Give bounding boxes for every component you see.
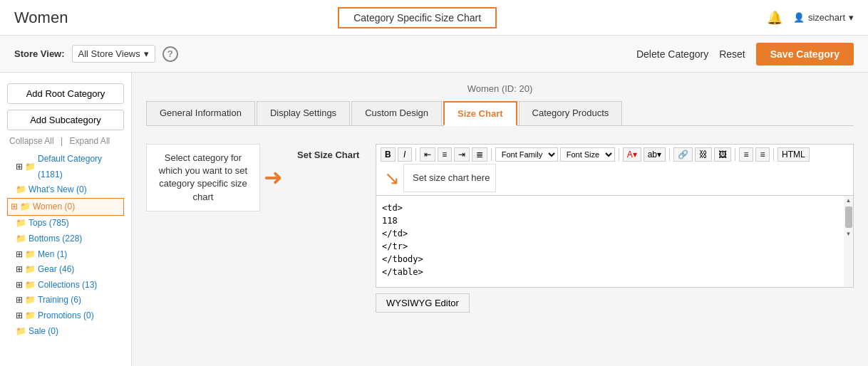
header-right: 🔔 👤 sizechart ▾	[767, 10, 854, 26]
folder-icon: 📁	[25, 247, 36, 263]
store-view-label: Store View:	[14, 48, 65, 59]
align-justify-button[interactable]: ≣	[472, 147, 487, 162]
tree-item-label[interactable]: Gear (46)	[38, 262, 74, 278]
bell-icon[interactable]: 🔔	[767, 10, 782, 26]
annotation-callout: Set size chart here	[403, 164, 496, 192]
collapse-link[interactable]: Collapse All	[9, 136, 54, 146]
user-menu[interactable]: 👤 sizechart ▾	[793, 12, 854, 23]
scrollbar[interactable]: ▲ ▼	[844, 195, 854, 288]
editor-textarea[interactable]: <td> 118 </td> </tr> </tbody> </table>	[376, 195, 844, 288]
unlink-button[interactable]: ⛓	[695, 147, 712, 162]
help-icon[interactable]: ?	[162, 46, 178, 62]
content-area: Women (ID: 20) General Information Displ…	[132, 73, 868, 366]
editor-with-scrollbar: <td> 118 </td> </tr> </tbody> </table> ▲…	[376, 195, 854, 288]
tree-expand-icon: ⊞	[16, 262, 23, 278]
folder-icon: 📁	[25, 293, 36, 308]
tree-item-label[interactable]: Promotions (0)	[38, 308, 94, 324]
divider-3	[619, 148, 619, 161]
add-subcategory-button[interactable]: Add Subcategory	[7, 110, 124, 130]
add-root-category-button[interactable]: Add Root Category	[7, 83, 124, 104]
tree-expand-icon: ⊞	[16, 160, 23, 175]
tree-item-label[interactable]: What's New (0)	[29, 182, 87, 198]
tree-item-bottoms[interactable]: 📁 Bottoms (228)	[7, 231, 124, 247]
font-size-select[interactable]: Font Size	[560, 147, 615, 162]
annotation-arrow-icon: ↙	[384, 167, 400, 189]
category-id-label: Women (ID: 20)	[146, 83, 854, 94]
ul-button[interactable]: ≡	[739, 147, 753, 162]
folder-icon: 📁	[16, 231, 26, 247]
folder-icon: 📁	[25, 308, 36, 324]
tab-display-settings[interactable]: Display Settings	[257, 101, 350, 125]
tree-item-promotions[interactable]: ⊞ 📁 Promotions (0)	[7, 308, 124, 324]
tree-item-label[interactable]: Collections (13)	[38, 278, 97, 293]
link-button[interactable]: 🔗	[673, 147, 693, 162]
tree-item-men[interactable]: ⊞ 📁 Men (1)	[7, 247, 124, 263]
main-layout: Add Root Category Add Subcategory Collap…	[0, 73, 868, 366]
highlight-button[interactable]: ab▾	[644, 147, 666, 162]
divider-1	[415, 148, 416, 161]
tree-item-women[interactable]: ⊞ 📁 Women (0)	[7, 198, 124, 216]
top-header: Women Category Specific Size Chart 🔔 👤 s…	[0, 0, 868, 36]
folder-icon: 📁	[16, 324, 26, 340]
user-icon: 👤	[793, 12, 805, 23]
callout-text: Select category for which you want to se…	[159, 152, 247, 202]
tree-expand-icon: ⊞	[16, 247, 23, 263]
divider-2	[491, 148, 492, 161]
expand-link[interactable]: Expand All	[70, 136, 110, 146]
tree-expand-icon: ⊞	[16, 278, 23, 293]
tab-general-information[interactable]: General Information	[146, 101, 255, 125]
ol-button[interactable]: ≡	[755, 147, 770, 162]
username-label: sizechart	[808, 12, 845, 23]
align-left-button[interactable]: ⇤	[420, 147, 435, 162]
tree-item-gear[interactable]: ⊞ 📁 Gear (46)	[7, 262, 124, 278]
separator: |	[61, 136, 65, 146]
folder-icon: 📁	[20, 199, 31, 215]
font-family-select[interactable]: Font Family	[495, 147, 558, 162]
scroll-thumb[interactable]	[845, 206, 852, 228]
align-right-button[interactable]: ⇥	[454, 147, 470, 162]
toolbar: Store View: All Store Views ▾ ? Delete C…	[0, 36, 868, 73]
store-view-select[interactable]: All Store Views ▾	[72, 45, 155, 63]
folder-icon: 📁	[25, 262, 36, 278]
size-chart-section: Set Size Chart B I ⇤ ≡ ⇥ ≣	[297, 144, 854, 313]
font-color-button[interactable]: A▾	[623, 147, 641, 162]
bold-button[interactable]: B	[381, 147, 396, 162]
editor-toolbar: B I ⇤ ≡ ⇥ ≣ Font Family	[376, 144, 854, 195]
delete-category-button[interactable]: Delete Category	[636, 48, 708, 60]
callout-section: Select category for which you want to se…	[146, 144, 283, 211]
italic-button[interactable]: I	[398, 147, 412, 162]
tree: ⊞ 📁 Default Category (1181) 📁 What's New…	[7, 152, 124, 339]
tree-item-label: Women (0)	[33, 199, 75, 215]
tree-expand-icon: ⊞	[11, 199, 18, 215]
scroll-up-icon[interactable]: ▲	[846, 197, 852, 204]
tree-item-collections[interactable]: ⊞ 📁 Collections (13)	[7, 278, 124, 293]
set-size-chart-label: Set Size Chart	[297, 144, 361, 160]
image-button[interactable]: 🖼	[714, 147, 731, 162]
tree-item-tops[interactable]: 📁 Tops (785)	[7, 216, 124, 231]
toolbar-left: Store View: All Store Views ▾ ?	[14, 45, 178, 63]
tree-item-label[interactable]: Tops (785)	[29, 216, 69, 231]
reset-button[interactable]: Reset	[719, 48, 745, 60]
save-category-button[interactable]: Save Category	[756, 43, 854, 66]
tree-expand-icon: ⊞	[16, 308, 23, 324]
tab-custom-design[interactable]: Custom Design	[351, 101, 442, 125]
toolbar-right: Delete Category Reset Save Category	[636, 43, 854, 66]
tab-category-products[interactable]: Category Products	[519, 101, 623, 125]
tree-item-label[interactable]: Bottoms (228)	[29, 231, 82, 247]
header-center-title: Category Specific Size Chart	[338, 7, 497, 28]
tab-size-chart[interactable]: Size Chart	[443, 101, 517, 126]
html-button[interactable]: HTML	[777, 147, 810, 162]
tree-item-label[interactable]: Sale (0)	[29, 324, 58, 340]
tree-item-training[interactable]: ⊞ 📁 Training (6)	[7, 293, 124, 308]
wysiwyg-editor-button[interactable]: WYSIWYG Editor	[376, 293, 470, 313]
tree-item-label[interactable]: Training (6)	[38, 293, 81, 308]
tabs-container: General Information Display Settings Cus…	[146, 101, 854, 126]
tree-item-sale[interactable]: 📁 Sale (0)	[7, 324, 124, 340]
align-center-button[interactable]: ≡	[438, 147, 452, 162]
tree-item-whats-new[interactable]: 📁 What's New (0)	[7, 182, 124, 198]
collapse-expand-links[interactable]: Collapse All | Expand All	[7, 136, 124, 146]
scroll-down-icon[interactable]: ▼	[846, 231, 852, 237]
tree-item-label[interactable]: Default Category (1181)	[38, 152, 124, 182]
tree-item-label[interactable]: Men (1)	[38, 247, 67, 263]
tree-item-default-category[interactable]: ⊞ 📁 Default Category (1181)	[7, 152, 124, 182]
